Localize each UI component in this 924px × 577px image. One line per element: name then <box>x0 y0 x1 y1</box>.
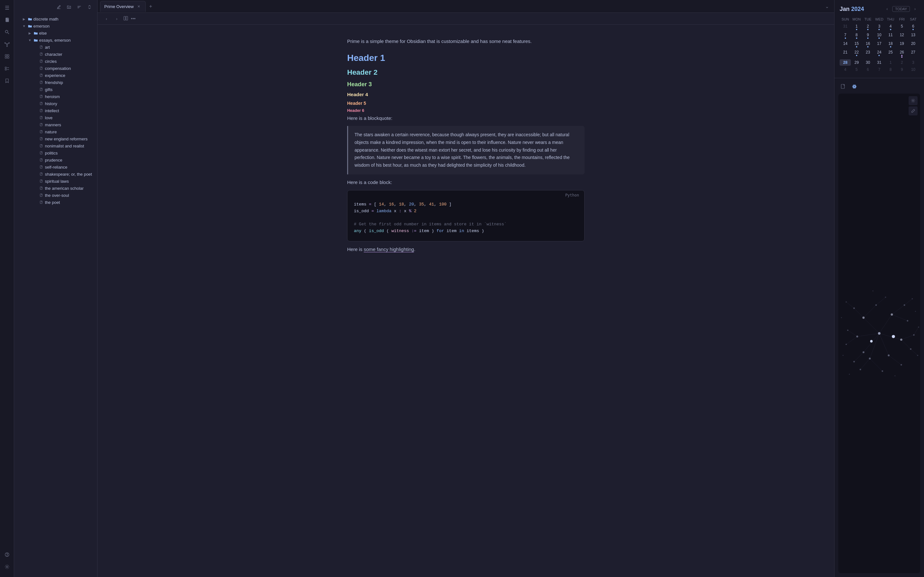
collapse-all-button[interactable] <box>85 3 94 11</box>
graph-atom-icon[interactable] <box>850 82 859 91</box>
sidebar-item-self-reliance[interactable]: ▶ self-reliance <box>15 164 96 171</box>
sidebar-item-over-soul[interactable]: ▶ the over-soul <box>15 192 96 199</box>
more-options-icon[interactable]: ••• <box>131 16 136 21</box>
cal-day[interactable]: 11 <box>885 32 896 40</box>
cal-day[interactable]: 9 <box>896 66 907 73</box>
cal-day[interactable]: 10 <box>874 32 885 40</box>
sidebar-item-nature[interactable]: ▶ nature <box>15 129 96 135</box>
sidebar-item-art[interactable]: ▶ art <box>15 44 96 51</box>
sidebar-item-politics[interactable]: ▶ politics <box>15 150 96 156</box>
cal-day[interactable]: 25 <box>885 49 896 59</box>
graph-settings-button[interactable] <box>909 96 918 105</box>
sidebar-item-heroism[interactable]: ▶ heroism <box>15 93 96 100</box>
graph-canvas[interactable] <box>838 93 920 573</box>
cal-day[interactable]: 12 <box>896 32 907 40</box>
tab-list-icon[interactable]: ⌄ <box>822 2 832 11</box>
tab-prime-overview[interactable]: Prime Overview ✕ <box>100 1 145 12</box>
sidebar-item-discrete-math[interactable]: ▶ discrete math <box>15 16 96 23</box>
sidebar-item-essays-emerson[interactable]: ▼ essays, emerson <box>15 37 96 44</box>
settings-icon[interactable] <box>2 562 12 572</box>
cal-day[interactable]: 9 <box>863 32 874 40</box>
cal-day[interactable]: 8 <box>885 66 896 73</box>
sidebar-item-history[interactable]: ▶ history <box>15 100 96 107</box>
cal-day[interactable]: 30 <box>863 59 874 66</box>
cal-day[interactable]: 29 <box>851 59 862 66</box>
sidebar-item-spiritual-laws[interactable]: ▶ spiritual laws <box>15 178 96 185</box>
cal-day[interactable]: 10 <box>908 66 919 73</box>
graph-note-icon[interactable] <box>838 82 847 91</box>
cal-day[interactable]: 5 <box>896 23 907 31</box>
cal-day[interactable]: 1 <box>851 23 862 31</box>
cal-day[interactable]: 31 <box>874 59 885 66</box>
cal-day[interactable]: 6 <box>908 23 919 31</box>
cal-day[interactable]: 19 <box>896 40 907 48</box>
cal-day[interactable]: 6 <box>863 66 874 73</box>
cal-day[interactable]: 2 <box>896 59 907 66</box>
fancy-link[interactable]: some fancy highlighting <box>364 247 414 252</box>
new-note-button[interactable] <box>54 3 63 11</box>
cal-day[interactable]: 31 <box>840 23 851 31</box>
files-icon[interactable] <box>2 15 12 25</box>
cal-day[interactable]: 3 <box>874 23 885 31</box>
cal-day[interactable]: 4 <box>840 66 851 73</box>
cal-day[interactable]: 16 <box>863 40 874 48</box>
sidebar-item-gifts[interactable]: ▶ gifts <box>15 86 96 93</box>
sidebar-item-emerson[interactable]: ▼ emerson <box>15 23 96 29</box>
new-folder-button[interactable] <box>65 3 73 11</box>
sidebar-item-the-poet[interactable]: ▶ the poet <box>15 199 96 206</box>
forward-button[interactable]: › <box>113 15 121 23</box>
cal-day-today[interactable]: 28 <box>840 59 851 66</box>
sidebar-item-prudence[interactable]: ▶ prudence <box>15 157 96 163</box>
sidebar-item-american-scholar[interactable]: ▶ the american scholar <box>15 185 96 192</box>
back-button[interactable]: ‹ <box>103 15 110 23</box>
cal-day[interactable]: 1 <box>885 59 896 66</box>
today-button[interactable]: TODAY <box>892 6 910 12</box>
sidebar-item-new-england-reformers[interactable]: ▶ new england reformers <box>15 135 96 142</box>
calendar-next-button[interactable]: › <box>911 5 919 13</box>
graph-edit-button[interactable] <box>909 106 918 115</box>
cal-day[interactable]: 2 <box>863 23 874 31</box>
tab-close-button[interactable]: ✕ <box>136 4 142 9</box>
cal-day[interactable]: 4 <box>885 23 896 31</box>
sidebar-item-shakespeare[interactable]: ▶ shakespeare; or, the poet <box>15 171 96 177</box>
sidebar-item-compensation[interactable]: ▶ compensation <box>15 65 96 72</box>
cal-day[interactable]: 17 <box>874 40 885 48</box>
sidebar-item-intellect[interactable]: ▶ intellect <box>15 107 96 114</box>
help-icon[interactable] <box>2 550 12 560</box>
checklist-icon[interactable] <box>2 63 12 74</box>
sidebar-item-character[interactable]: ▶ character <box>15 51 96 58</box>
cal-day[interactable]: 26 <box>896 49 907 59</box>
sort-button[interactable] <box>75 3 84 11</box>
cal-day[interactable]: 27 <box>908 49 919 59</box>
search-icon[interactable] <box>2 27 12 37</box>
reading-view-icon[interactable] <box>123 16 128 22</box>
new-tab-button[interactable]: + <box>146 2 155 11</box>
sidebar-item-experience[interactable]: ▶ experience <box>15 72 96 79</box>
canvas-icon[interactable] <box>2 51 12 61</box>
sidebar-toggle-icon[interactable]: ☰ <box>2 3 12 13</box>
cal-day[interactable]: 24 <box>874 49 885 59</box>
cal-day[interactable]: 3 <box>908 59 919 66</box>
sidebar-item-love[interactable]: ▶ love <box>15 114 96 121</box>
editor-content[interactable]: Prime is a simple theme for Obsidian tha… <box>321 25 610 577</box>
graph-view-icon[interactable] <box>2 39 12 49</box>
cal-day[interactable]: 7 <box>874 66 885 73</box>
cal-day[interactable]: 8 <box>851 32 862 40</box>
bookmark-icon[interactable] <box>2 76 12 86</box>
cal-day[interactable]: 18 <box>885 40 896 48</box>
cal-day[interactable]: 21 <box>840 49 851 59</box>
cal-day[interactable]: 13 <box>908 32 919 40</box>
sidebar-item-circles[interactable]: ▶ circles <box>15 58 96 65</box>
sidebar-item-else[interactable]: ▶ else <box>15 30 96 37</box>
sidebar-item-friendship[interactable]: ▶ friendship <box>15 79 96 86</box>
cal-day[interactable]: 20 <box>908 40 919 48</box>
cal-day[interactable]: 23 <box>863 49 874 59</box>
cal-day[interactable]: 5 <box>851 66 862 73</box>
cal-day[interactable]: 22 <box>851 49 862 59</box>
sidebar-item-nonimalist[interactable]: ▶ nonimalist and realist <box>15 143 96 149</box>
cal-day[interactable]: 14 <box>840 40 851 48</box>
calendar-prev-button[interactable]: ‹ <box>883 5 891 13</box>
cal-day[interactable]: 7 <box>840 32 851 40</box>
cal-day[interactable]: 15 <box>851 40 862 48</box>
sidebar-item-manners[interactable]: ▶ manners <box>15 121 96 128</box>
